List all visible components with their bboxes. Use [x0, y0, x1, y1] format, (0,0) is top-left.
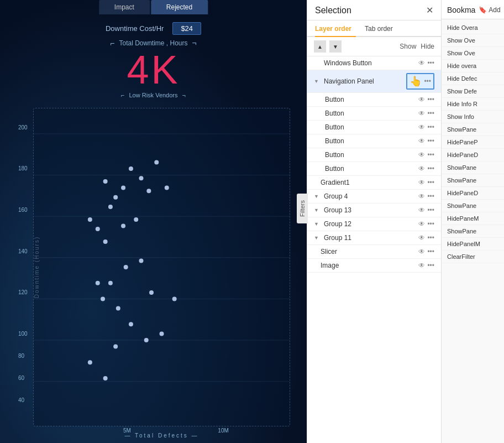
svg-point-13	[96, 227, 100, 231]
scatter-box: 200 180 160 140 120 100 80 60 40	[33, 108, 290, 426]
move-down-button[interactable]: ▼	[329, 40, 342, 53]
filters-tab[interactable]: Filters	[297, 194, 308, 223]
visibility-icon-btn1[interactable]: 👁	[418, 96, 425, 103]
visibility-icon-group4[interactable]: 👁	[418, 192, 425, 200]
cursor-icon-nav[interactable]: 👆	[410, 75, 422, 87]
visibility-icon-btn4[interactable]: 👁	[418, 137, 425, 145]
more-icon-btn3[interactable]: •••	[427, 123, 434, 131]
bookmark-item-6[interactable]: Hide Info R	[442, 98, 504, 111]
bookmark-item-8[interactable]: ShowPane	[442, 123, 504, 136]
y-tick-80: 80	[18, 353, 24, 359]
visibility-icon-btn3[interactable]: 👁	[418, 123, 425, 131]
bookmark-item-7[interactable]: Show Info	[442, 111, 504, 123]
more-icon-btn4[interactable]: •••	[427, 137, 434, 145]
layer-icon-area-nav: ▼	[314, 79, 321, 84]
bookmark-item-17[interactable]: HidePanelM	[442, 238, 504, 251]
y-tick-120: 120	[18, 289, 28, 295]
bookmark-item-2[interactable]: Show Ove	[442, 47, 504, 60]
layer-name-image: Image	[321, 262, 418, 269]
layer-item-gradient1[interactable]: Gradient1 👁 •••	[307, 176, 441, 190]
bookmark-item-0[interactable]: Hide Overa	[442, 22, 504, 34]
scatter-plot	[34, 108, 290, 426]
visibility-icon-group13[interactable]: 👁	[418, 206, 425, 214]
layer-item-group4[interactable]: ▼ Group 4 👁 •••	[307, 190, 441, 204]
bookmark-item-14[interactable]: ShowPane	[442, 200, 504, 212]
layer-name-button-5: Button	[325, 151, 418, 159]
more-icon-btn6[interactable]: •••	[427, 165, 434, 173]
tab-impact[interactable]: Impact	[99, 0, 150, 14]
visibility-icon-windows[interactable]: 👁	[418, 59, 425, 67]
show-hide-labels: Show Hide	[400, 43, 434, 50]
more-icon-nav[interactable]: •••	[424, 77, 431, 85]
more-icon-slicer[interactable]: •••	[427, 248, 434, 256]
layer-name-button-3: Button	[325, 123, 418, 131]
add-bookmark-button[interactable]: 🔖 Add	[479, 6, 500, 14]
visibility-icon-image[interactable]: 👁	[418, 262, 425, 269]
bookmark-item-13[interactable]: HidePaneD	[442, 187, 504, 200]
bookmark-item-12[interactable]: ShowPane	[442, 174, 504, 187]
visibility-icon-group12[interactable]: 👁	[418, 220, 425, 228]
layer-item-group11[interactable]: ▼ Group 11 👁 •••	[307, 231, 441, 245]
layer-controls-btn4: 👁 •••	[418, 137, 434, 145]
visibility-icon-group11[interactable]: 👁	[418, 234, 425, 242]
layer-name-slicer: Slicer	[321, 248, 418, 256]
bookmark-item-9[interactable]: HidePaneP	[442, 136, 504, 149]
layer-item-button-2[interactable]: Button 👁 •••	[307, 107, 441, 121]
bookmark-item-4[interactable]: Hide Defec	[442, 72, 504, 85]
visibility-icon-gradient[interactable]: 👁	[418, 179, 425, 186]
more-icon-group12[interactable]: •••	[427, 220, 434, 228]
more-icon-btn2[interactable]: •••	[427, 110, 434, 117]
bookmark-item-11[interactable]: ShowPane	[442, 161, 504, 174]
visibility-icon-slicer[interactable]: 👁	[418, 248, 425, 256]
move-up-button[interactable]: ▲	[314, 40, 326, 53]
tab-tab-order[interactable]: Tab order	[365, 20, 397, 37]
layer-item-navigation-panel[interactable]: ▼ Navigation Panel 👆 •••	[307, 70, 441, 93]
bookmark-item-15[interactable]: HidePaneM	[442, 212, 504, 225]
layer-item-group13[interactable]: ▼ Group 13 👁 •••	[307, 204, 441, 217]
layer-item-slicer[interactable]: Slicer 👁 •••	[307, 245, 441, 259]
bookmark-item-10[interactable]: HidePaneD	[442, 149, 504, 161]
layer-item-button-1[interactable]: Button 👁 •••	[307, 93, 441, 107]
more-icon-image[interactable]: •••	[427, 262, 434, 269]
bookmark-item-16[interactable]: ShowPane	[442, 225, 504, 238]
layer-controls-slicer: 👁 •••	[418, 248, 434, 256]
bookmark-item-1[interactable]: Show Ove	[442, 34, 504, 47]
y-tick-140: 140	[18, 248, 28, 254]
bookmark-item-18[interactable]: ClearFilter	[442, 251, 504, 263]
layer-item-button-3[interactable]: Button 👁 •••	[307, 121, 441, 134]
y-tick-40: 40	[18, 397, 24, 403]
more-icon-group4[interactable]: •••	[427, 192, 434, 200]
layer-item-image[interactable]: Image 👁 •••	[307, 259, 441, 273]
layer-name-group11: Group 11	[324, 234, 418, 242]
hide-label[interactable]: Hide	[421, 43, 434, 50]
more-icon-windows[interactable]: •••	[427, 59, 434, 67]
big-number: 4K	[0, 50, 307, 90]
close-button[interactable]: ✕	[426, 6, 433, 15]
visibility-icon-btn6[interactable]: 👁	[418, 165, 425, 173]
layer-item-windows-button[interactable]: Windows Button 👁 •••	[307, 56, 441, 70]
bookmark-item-3[interactable]: Hide overa	[442, 60, 504, 72]
layer-item-button-4[interactable]: Button 👁 •••	[307, 134, 441, 148]
tab-layer-order[interactable]: Layer order	[315, 20, 356, 37]
tab-rejected[interactable]: Rejected	[151, 0, 208, 14]
svg-point-7	[103, 179, 108, 184]
layer-item-button-6[interactable]: Button 👁 •••	[307, 162, 441, 176]
more-icon-gradient[interactable]: •••	[427, 179, 434, 186]
svg-point-14	[146, 189, 151, 193]
svg-point-11	[121, 186, 125, 190]
svg-point-32	[172, 296, 177, 301]
layer-item-group12[interactable]: ▼ Group 12 👁 •••	[307, 217, 441, 231]
visibility-icon-btn2[interactable]: 👁	[418, 110, 425, 117]
bookmark-item-5[interactable]: Show Defe	[442, 85, 504, 98]
more-icon-group13[interactable]: •••	[427, 206, 434, 214]
svg-point-8	[113, 195, 118, 200]
layer-item-button-5[interactable]: Button 👁 •••	[307, 148, 441, 162]
visibility-icon-btn5[interactable]: 👁	[418, 151, 425, 159]
layer-controls-group4: 👁 •••	[418, 192, 434, 200]
expand-arrow-group4: ▼	[314, 194, 321, 199]
more-icon-group11[interactable]: •••	[427, 234, 434, 242]
more-icon-btn5[interactable]: •••	[427, 151, 434, 159]
show-label[interactable]: Show	[400, 43, 416, 50]
more-icon-btn1[interactable]: •••	[427, 96, 434, 103]
layer-controls-btn6: 👁 •••	[418, 165, 434, 173]
